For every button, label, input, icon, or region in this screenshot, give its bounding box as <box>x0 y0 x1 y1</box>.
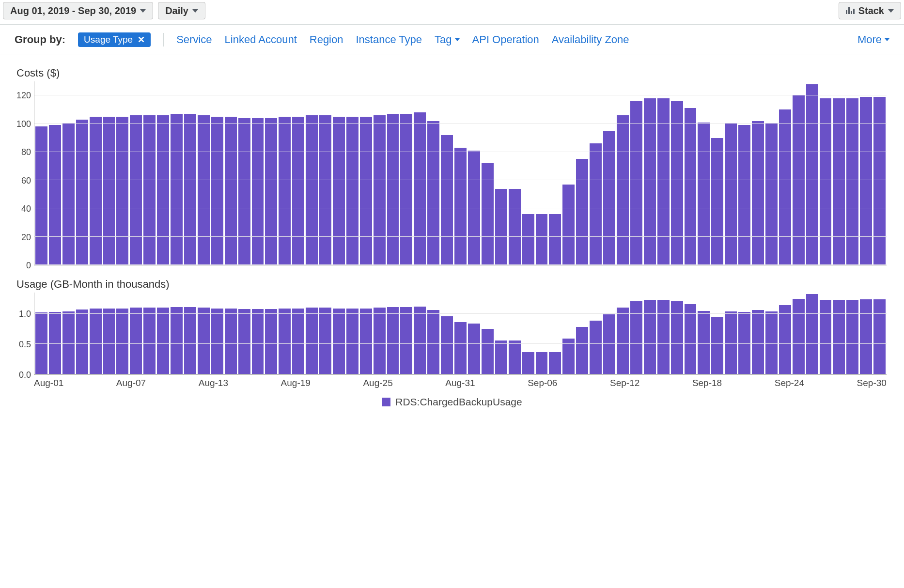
bar <box>90 117 102 265</box>
bar <box>779 109 791 265</box>
legend-swatch <box>382 398 390 406</box>
bar <box>617 115 629 265</box>
y-tick-label: 20 <box>21 232 31 242</box>
bar <box>90 309 102 374</box>
bar <box>509 340 521 374</box>
bar <box>387 114 399 265</box>
date-range-label: Aug 01, 2019 - Sep 30, 2019 <box>10 6 136 15</box>
gridline <box>34 264 887 265</box>
chart-view-label: Stack <box>858 6 884 15</box>
bar <box>265 309 277 374</box>
bar <box>400 114 412 265</box>
date-range-button[interactable]: Aug 01, 2019 - Sep 30, 2019 <box>3 2 153 19</box>
bar <box>725 311 737 374</box>
bar <box>698 311 710 374</box>
bar <box>671 101 683 265</box>
group-by-option-tag[interactable]: Tag <box>435 33 459 46</box>
bar <box>873 97 886 265</box>
bar <box>279 117 291 265</box>
bar <box>62 124 75 265</box>
bar <box>630 101 642 265</box>
bar <box>238 118 250 265</box>
bar <box>319 308 331 374</box>
bar <box>482 329 494 374</box>
bar <box>793 299 805 374</box>
group-by-more[interactable]: More <box>857 33 889 46</box>
x-tick-label: Aug-19 <box>281 378 311 388</box>
group-by-option-api-operation[interactable]: API Operation <box>472 33 539 46</box>
bar <box>292 117 304 265</box>
gridline <box>34 180 887 180</box>
group-by-chip-usage-type[interactable]: Usage Type ✕ <box>78 32 151 47</box>
bar <box>279 309 291 374</box>
chip-label: Usage Type <box>84 34 133 45</box>
bar <box>374 115 386 265</box>
x-tick-label: Aug-25 <box>363 378 392 388</box>
x-tick-label: Aug-01 <box>34 378 63 388</box>
bar <box>346 117 358 265</box>
bar <box>590 321 602 374</box>
separator <box>163 33 164 46</box>
x-tick-label: Sep-24 <box>775 378 804 388</box>
y-tick-label: 0.0 <box>19 370 31 380</box>
bar <box>576 159 588 265</box>
group-by-option-region[interactable]: Region <box>310 33 343 46</box>
bar <box>198 308 210 374</box>
bar <box>536 214 548 265</box>
x-tick-label: Aug-31 <box>445 378 475 388</box>
bar <box>171 307 183 374</box>
more-label: More <box>857 33 882 46</box>
group-by-option-linked-account[interactable]: Linked Account <box>225 33 297 46</box>
bar <box>35 126 47 265</box>
bar <box>252 309 264 374</box>
bar <box>522 352 534 374</box>
bar <box>49 125 61 265</box>
granularity-button[interactable]: Daily <box>158 2 205 19</box>
bar <box>400 307 412 374</box>
usage-chart-title: Usage (GB-Month in thousands) <box>16 278 889 291</box>
bar <box>306 308 318 374</box>
bar <box>76 120 88 265</box>
bar <box>860 299 872 374</box>
gridline <box>34 152 887 152</box>
bar <box>671 301 683 374</box>
bar <box>549 214 561 265</box>
charts-area: Costs ($) 020406080100120 Usage (GB-Mont… <box>0 55 904 416</box>
close-icon[interactable]: ✕ <box>138 34 145 45</box>
gridline <box>34 123 887 124</box>
bar <box>644 300 656 374</box>
bar <box>360 117 372 265</box>
chevron-down-icon <box>455 38 460 41</box>
bar <box>590 143 602 265</box>
bar <box>211 309 223 374</box>
x-tick-label: Sep-30 <box>857 378 887 388</box>
usage-bars <box>34 293 887 374</box>
bar <box>292 309 304 374</box>
bar <box>482 163 494 265</box>
bar <box>184 114 196 265</box>
bar <box>860 97 872 265</box>
bar <box>685 304 697 374</box>
bar <box>617 308 629 374</box>
bar <box>833 300 845 374</box>
group-by-option-instance-type[interactable]: Instance Type <box>356 33 422 46</box>
y-tick-label: 120 <box>16 91 31 101</box>
bar <box>765 311 778 374</box>
group-by-option-service[interactable]: Service <box>176 33 212 46</box>
group-by-bar: Group by: Usage Type ✕ Service Linked Ac… <box>0 25 904 55</box>
x-tick-label: Sep-18 <box>692 378 722 388</box>
chart-view-button[interactable]: Stack <box>839 2 901 19</box>
bar <box>116 309 128 374</box>
group-by-option-availability-zone[interactable]: Availability Zone <box>552 33 629 46</box>
gridline <box>34 95 887 95</box>
x-axis: Aug-01Aug-07Aug-13Aug-19Aug-25Aug-31Sep-… <box>34 375 887 388</box>
bar <box>793 95 805 265</box>
bar <box>806 84 818 265</box>
bar <box>698 123 710 265</box>
usage-y-axis: 0.00.51.0 <box>15 293 34 375</box>
bar <box>752 121 764 265</box>
bar <box>184 307 196 374</box>
gridline <box>34 208 887 208</box>
bar <box>130 115 142 265</box>
bar <box>454 322 467 374</box>
